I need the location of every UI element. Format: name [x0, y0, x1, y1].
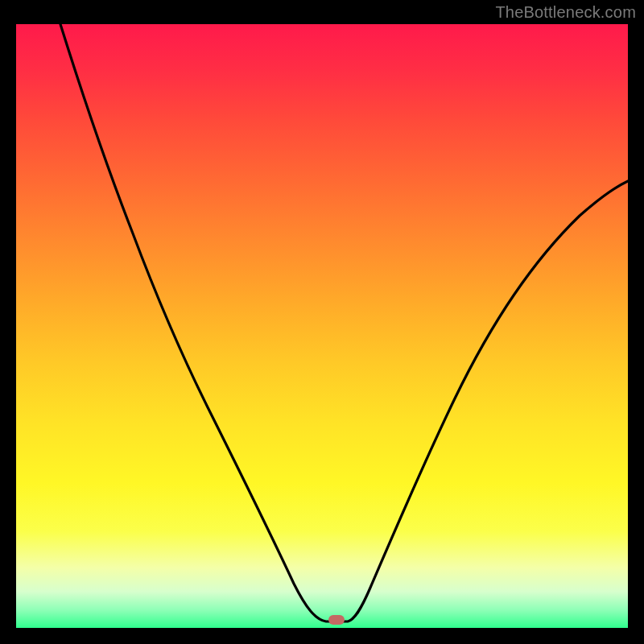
bottleneck-curve: [16, 24, 628, 628]
chart-frame: TheBottleneck.com: [0, 0, 644, 644]
watermark-text: TheBottleneck.com: [495, 3, 636, 22]
minimum-marker: [328, 615, 345, 625]
plot-area: [16, 24, 628, 628]
curve-path: [60, 24, 628, 621]
